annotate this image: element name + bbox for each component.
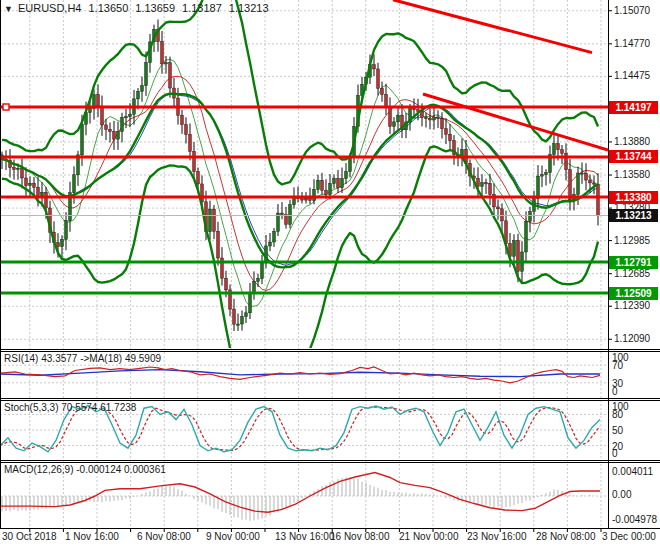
time-axis-label: 9 Nov 00:00 (206, 531, 260, 542)
chart-header: ▼EURUSD,H41.136501.136591.131871.13213 (4, 2, 269, 14)
time-axis-label: 30 Oct 2018 (2, 531, 56, 542)
price-axis-label: 1.12090 (614, 333, 650, 344)
ohlc-open: 1.13650 (89, 2, 129, 14)
time-axis-label: 21 Nov 00:00 (399, 531, 459, 542)
bid-price-badge: 1.13213 (609, 209, 658, 222)
time-axis-label: 1 Nov 16:00 (65, 531, 119, 542)
rsi-scale-label: 70 (612, 360, 623, 371)
macd-pane-label: MACD(12,26,9) -0.000124 0.000361 (4, 464, 166, 475)
price-axis-label: 1.14770 (614, 38, 650, 49)
support-price-badge: 1.12791 (609, 256, 658, 269)
chart-dropdown-icon[interactable]: ▼ (4, 4, 13, 14)
price-axis-label: 1.13880 (614, 136, 650, 147)
ohlc-close: 1.13213 (229, 2, 269, 14)
price-axis-label: 1.14475 (614, 70, 650, 81)
time-axis-label: 23 Nov 16:00 (467, 531, 527, 542)
stoch-pane-label: Stoch(5,3,3) 70.5574 61.7238 (4, 402, 136, 413)
price-axis-label: 1.13580 (614, 169, 650, 180)
price-axis-label: 1.12985 (614, 235, 650, 246)
rsi-scale-label: 0 (612, 386, 618, 397)
ohlc-high: 1.13659 (135, 2, 175, 14)
time-axis-label: 13 Nov 16:00 (275, 531, 335, 542)
macd-scale-label: 0.004011 (612, 466, 653, 477)
time-axis-label: 6 Nov 08:00 (137, 531, 191, 542)
price-axis-label: 1.12685 (614, 268, 650, 279)
chart-window: ▼EURUSD,H41.136501.136591.131871.13213 R… (0, 0, 660, 550)
rsi-pane-label: RSI(14) 43.3577 ->MA(18) 49.5909 (4, 353, 161, 364)
support-price-badge: 1.12509 (609, 287, 658, 300)
time-axis-label: 28 Nov 08:00 (536, 531, 596, 542)
time-axis-label: 3 Dec 00:00 (602, 531, 656, 542)
resistance-price-badge: 1.13744 (609, 150, 658, 163)
resistance-price-badge: 1.14197 (609, 101, 658, 114)
ohlc-low: 1.13187 (182, 2, 222, 14)
macd-scale-label: 0.00 (612, 489, 631, 500)
stoch-scale-label: 0 (612, 448, 618, 459)
line-anchor-handle[interactable] (3, 104, 9, 110)
resistance-price-badge: 1.13380 (609, 191, 658, 204)
macd-scale-label: -0.004978 (612, 514, 657, 525)
price-axis-label: 1.12390 (614, 300, 650, 311)
stoch-scale-label: 80 (612, 409, 623, 420)
stoch-scale-label: 50 (612, 425, 623, 436)
symbol-timeframe-label: EURUSD,H4 (18, 2, 82, 14)
price-axis-label: 1.15070 (614, 5, 650, 16)
time-axis-label: 16 Nov 08:00 (330, 531, 390, 542)
